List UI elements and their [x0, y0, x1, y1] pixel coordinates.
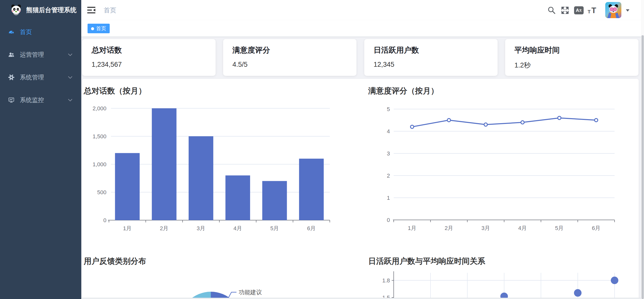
- active-tag-dot: [91, 27, 94, 30]
- svg-text:4月: 4月: [233, 225, 242, 231]
- svg-text:4月: 4月: [518, 225, 527, 231]
- line-chart: 0123451月2月3月4月5月6月: [368, 98, 623, 232]
- tag-home[interactable]: 首页: [88, 24, 110, 33]
- stat-value: 1.2秒: [514, 61, 531, 70]
- stat-card-daily-active-users: 日活跃用户数 12,345: [364, 39, 498, 76]
- svg-text:500: 500: [97, 189, 106, 195]
- stat-card-avg-response-time: 平均响应时间 1.2秒: [505, 39, 638, 76]
- svg-text:0: 0: [387, 217, 390, 223]
- svg-text:2月: 2月: [445, 225, 453, 231]
- app-logo[interactable]: 熊猫后台管理系统: [0, 0, 81, 20]
- language-switch-icon[interactable]: A文: [574, 6, 584, 14]
- monitor-icon: [8, 97, 14, 103]
- pie-chart-title: 用户反馈类别分布: [84, 256, 146, 267]
- app-screen: 熊猫后台管理系统 首页 运营管理: [0, 0, 644, 299]
- sidebar-item-home[interactable]: 首页: [0, 21, 81, 43]
- svg-text:1月: 1月: [408, 225, 416, 231]
- svg-text:1.8: 1.8: [382, 277, 390, 284]
- sidebar-item-label: 首页: [20, 21, 32, 43]
- stat-value: 4.5/5: [232, 61, 248, 69]
- stat-title: 总对话数: [92, 45, 122, 55]
- svg-text:1: 1: [387, 195, 390, 201]
- font-size-icon[interactable]: T T: [588, 6, 599, 15]
- scatter-chart: 1.81.5: [368, 268, 623, 299]
- bar-chart: 05001,0001,5002,0001月2月3月4月5月6月: [82, 98, 337, 232]
- stat-value: 12,345: [374, 61, 394, 69]
- svg-text:1月: 1月: [123, 225, 132, 231]
- search-icon[interactable]: [547, 6, 556, 15]
- stat-card-satisfaction: 满意度评分 4.5/5: [223, 39, 356, 76]
- fullscreen-icon[interactable]: [561, 6, 569, 14]
- line-chart-title: 满意度评分（按月）: [368, 86, 438, 96]
- stat-card-total-conversations: 总对话数 1,234,567: [82, 39, 216, 76]
- sidebar-item-label: 系统管理: [20, 66, 44, 89]
- users-icon: [8, 52, 14, 58]
- tag-label: 首页: [96, 26, 106, 31]
- bar-chart-title: 总对话数（按月）: [84, 86, 146, 96]
- app-title: 熊猫后台管理系统: [26, 0, 76, 20]
- svg-text:4: 4: [387, 128, 390, 135]
- svg-text:5月: 5月: [270, 225, 279, 231]
- breadcrumb[interactable]: 首页: [104, 0, 116, 20]
- vertical-scrollbar-thumb[interactable]: [641, 35, 644, 299]
- pie-chart: 功能建议: [82, 268, 337, 299]
- gear-icon: [8, 74, 14, 80]
- horizontal-scrollbar-track: [81, 298, 641, 299]
- svg-text:3月: 3月: [481, 225, 490, 231]
- stat-title: 平均响应时间: [514, 45, 560, 55]
- svg-text:6月: 6月: [307, 225, 316, 231]
- sidebar-item-label: 运营管理: [20, 43, 44, 66]
- panda-logo-icon: [10, 4, 22, 16]
- svg-text:5: 5: [387, 106, 390, 112]
- svg-text:6月: 6月: [592, 225, 600, 231]
- scatter-chart-title: 日活跃用户数与平均响应时间关系: [368, 256, 485, 267]
- svg-text:1,000: 1,000: [93, 161, 106, 168]
- svg-text:3: 3: [387, 150, 390, 157]
- sidebar-item-system-admin[interactable]: 系统管理: [0, 66, 81, 89]
- chevron-down-icon: [68, 76, 72, 79]
- stat-title: 日活跃用户数: [374, 45, 419, 55]
- avatar-dropdown-caret-icon[interactable]: [626, 9, 629, 12]
- sidebar: 熊猫后台管理系统 首页 运营管理: [0, 0, 81, 299]
- svg-text:2,000: 2,000: [93, 105, 106, 112]
- user-avatar[interactable]: [605, 2, 621, 18]
- svg-text:功能建议: 功能建议: [239, 289, 262, 295]
- svg-text:3月: 3月: [197, 225, 205, 231]
- tags-view-bar: [81, 20, 644, 37]
- svg-text:0: 0: [103, 217, 106, 223]
- chevron-down-icon: [68, 53, 72, 56]
- stat-value: 1,234,567: [92, 61, 122, 69]
- collapse-sidebar-icon[interactable]: [87, 7, 96, 13]
- sidebar-item-system-monitor[interactable]: 系统监控: [0, 89, 81, 111]
- sidebar-item-label: 系统监控: [20, 89, 44, 111]
- top-navbar: [81, 0, 644, 20]
- svg-text:5月: 5月: [555, 225, 564, 231]
- stat-title: 满意度评分: [232, 45, 270, 55]
- svg-text:2月: 2月: [160, 225, 168, 231]
- svg-text:2: 2: [387, 173, 390, 179]
- dashboard-icon: [8, 29, 14, 35]
- sidebar-item-operations[interactable]: 运营管理: [0, 43, 81, 66]
- svg-text:1,500: 1,500: [93, 133, 106, 140]
- chevron-down-icon: [68, 99, 72, 102]
